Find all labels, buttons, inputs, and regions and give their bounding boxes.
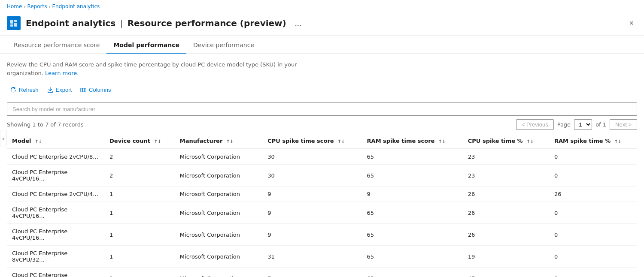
cell-cpu-spike-pct: 47 xyxy=(463,268,549,277)
svg-rect-5 xyxy=(82,88,84,92)
export-button[interactable]: Export xyxy=(44,84,76,96)
content-area: Review the CPU and RAM score and spike t… xyxy=(0,54,644,277)
breadcrumb: Home › Reports › Endpoint analytics xyxy=(0,0,644,13)
cell-device-count: 2 xyxy=(104,149,175,165)
cell-cpu-spike-score: 9 xyxy=(262,224,361,246)
cell-manufacturer: Microsoft Corporation xyxy=(175,187,262,202)
cell-cpu-spike-score: 7 xyxy=(262,268,361,277)
cell-device-count: 1 xyxy=(104,202,175,224)
breadcrumb-current[interactable]: Endpoint analytics xyxy=(52,3,100,9)
cell-ram-spike-score: 65 xyxy=(362,202,463,224)
cell-cpu-spike-score: 9 xyxy=(262,202,361,224)
refresh-button[interactable]: Refresh xyxy=(7,84,42,96)
col-header-device-count[interactable]: Device count ↑↓ xyxy=(104,133,175,149)
columns-button[interactable]: Columns xyxy=(77,84,114,96)
cell-ram-spike-pct: 26 xyxy=(549,187,637,202)
close-button[interactable]: × xyxy=(626,17,637,30)
export-icon xyxy=(47,87,53,93)
description-text: Review the CPU and RAM score and spike t… xyxy=(7,60,307,77)
cell-ram-spike-pct: 0 xyxy=(549,224,637,246)
table-row: Cloud PC Enterprise 4vCPU/16...2Microsof… xyxy=(7,165,637,187)
cell-ram-spike-pct: 0 xyxy=(549,268,637,277)
col-header-cpu-spike-score[interactable]: CPU spike time score ↑↓ xyxy=(262,133,361,149)
col-header-ram-spike-score[interactable]: RAM spike time score ↑↓ xyxy=(362,133,463,149)
cell-ram-spike-score: 9 xyxy=(362,187,463,202)
svg-rect-6 xyxy=(85,88,86,92)
col-header-model[interactable]: Model ↑↓ xyxy=(7,133,104,149)
cell-cpu-spike-pct: 23 xyxy=(463,149,549,165)
page-header-left: Endpoint analytics | Resource performanc… xyxy=(7,16,305,30)
svg-rect-3 xyxy=(14,23,17,27)
cell-device-count: 1 xyxy=(104,246,175,268)
cell-model: Cloud PC Enterprise 4vCPU/16... xyxy=(7,202,104,224)
cell-manufacturer: Microsoft Corporation xyxy=(175,268,262,277)
cell-model: Cloud PC Enterprise 2vCPU/4... xyxy=(7,187,104,202)
svg-rect-1 xyxy=(14,20,17,22)
tab-model-performance[interactable]: Model performance xyxy=(106,37,186,54)
breadcrumb-reports[interactable]: Reports xyxy=(27,3,47,9)
cell-device-count: 2 xyxy=(104,165,175,187)
page-icon xyxy=(7,16,21,30)
learn-more-link[interactable]: Learn more. xyxy=(45,70,79,76)
of-label: of 1 xyxy=(595,121,606,128)
breadcrumb-home[interactable]: Home xyxy=(7,3,22,9)
cell-manufacturer: Microsoft Corporation xyxy=(175,149,262,165)
cell-model: Cloud PC Enterprise 2vCPU/8... xyxy=(7,149,104,165)
table-row: Cloud PC Enterprise 8vCPU/32...1Microsof… xyxy=(7,246,637,268)
cell-ram-spike-pct: 0 xyxy=(549,246,637,268)
cell-ram-spike-pct: 0 xyxy=(549,149,637,165)
col-header-ram-spike-pct[interactable]: RAM spike time % ↑↓ xyxy=(549,133,637,149)
tab-resource-performance-score[interactable]: Resource performance score xyxy=(7,37,106,54)
cell-device-count: 1 xyxy=(104,187,175,202)
cell-manufacturer: Microsoft Corporation xyxy=(175,165,262,187)
search-container xyxy=(7,102,637,116)
col-header-manufacturer[interactable]: Manufacturer ↑↓ xyxy=(175,133,262,149)
page-label: Page xyxy=(557,121,571,128)
svg-rect-0 xyxy=(10,20,13,24)
svg-rect-2 xyxy=(10,24,13,27)
cell-cpu-spike-score: 30 xyxy=(262,149,361,165)
more-options-button[interactable]: ... xyxy=(292,17,305,30)
cell-ram-spike-score: 65 xyxy=(362,268,463,277)
cell-device-count: 1 xyxy=(104,268,175,277)
breadcrumb-sep-1: › xyxy=(24,4,25,9)
sort-icon-model: ↑↓ xyxy=(35,139,42,144)
cell-manufacturer: Microsoft Corporation xyxy=(175,224,262,246)
search-input[interactable] xyxy=(7,102,637,116)
refresh-icon xyxy=(10,87,16,93)
cell-manufacturer: Microsoft Corporation xyxy=(175,202,262,224)
sort-icon-cpu-spike-pct: ↑↓ xyxy=(526,139,534,144)
sort-icon-cpu-spike-score: ↑↓ xyxy=(337,139,345,144)
table-body: Cloud PC Enterprise 2vCPU/8...2Microsoft… xyxy=(7,149,637,277)
table-row: Cloud PC Enterprise 4vCPU/16...1Microsof… xyxy=(7,202,637,224)
cell-cpu-spike-pct: 23 xyxy=(463,165,549,187)
cell-ram-spike-pct: 0 xyxy=(549,202,637,224)
tab-device-performance[interactable]: Device performance xyxy=(186,37,261,54)
cell-model: Cloud PC Enterprise 8vCPU/32... xyxy=(7,268,104,277)
cell-ram-spike-pct: 0 xyxy=(549,165,637,187)
sidebar-toggle[interactable]: » xyxy=(0,130,7,147)
columns-icon xyxy=(80,87,86,93)
table-row: Cloud PC Enterprise 8vCPU/32...1Microsof… xyxy=(7,268,637,277)
svg-rect-4 xyxy=(81,88,82,92)
cell-cpu-spike-pct: 26 xyxy=(463,202,549,224)
table-row: Cloud PC Enterprise 4vCPU/16...1Microsof… xyxy=(7,224,637,246)
col-header-cpu-spike-pct[interactable]: CPU spike time % ↑↓ xyxy=(463,133,549,149)
sort-icon-device-count: ↑↓ xyxy=(154,139,161,144)
next-button[interactable]: Next > xyxy=(610,119,637,130)
cell-ram-spike-score: 65 xyxy=(362,246,463,268)
toolbar: Refresh Export Columns xyxy=(7,84,637,96)
cell-device-count: 1 xyxy=(104,224,175,246)
header-row: Model ↑↓ Device count ↑↓ Manufacturer ↑↓… xyxy=(7,133,637,149)
sort-icon-ram-spike-pct: ↑↓ xyxy=(614,139,622,144)
records-count: Showing 1 to 7 of 7 records xyxy=(7,121,84,128)
page-select[interactable]: 1 xyxy=(574,119,592,130)
pagination: < Previous Page 1 of 1 Next > xyxy=(516,119,637,130)
cell-cpu-spike-pct: 19 xyxy=(463,246,549,268)
cell-cpu-spike-score: 31 xyxy=(262,246,361,268)
sort-icon-manufacturer: ↑↓ xyxy=(226,139,234,144)
table-header: Model ↑↓ Device count ↑↓ Manufacturer ↑↓… xyxy=(7,133,637,149)
analytics-icon xyxy=(9,19,18,27)
previous-button[interactable]: < Previous xyxy=(516,119,554,130)
table-row: Cloud PC Enterprise 2vCPU/8...2Microsoft… xyxy=(7,149,637,165)
